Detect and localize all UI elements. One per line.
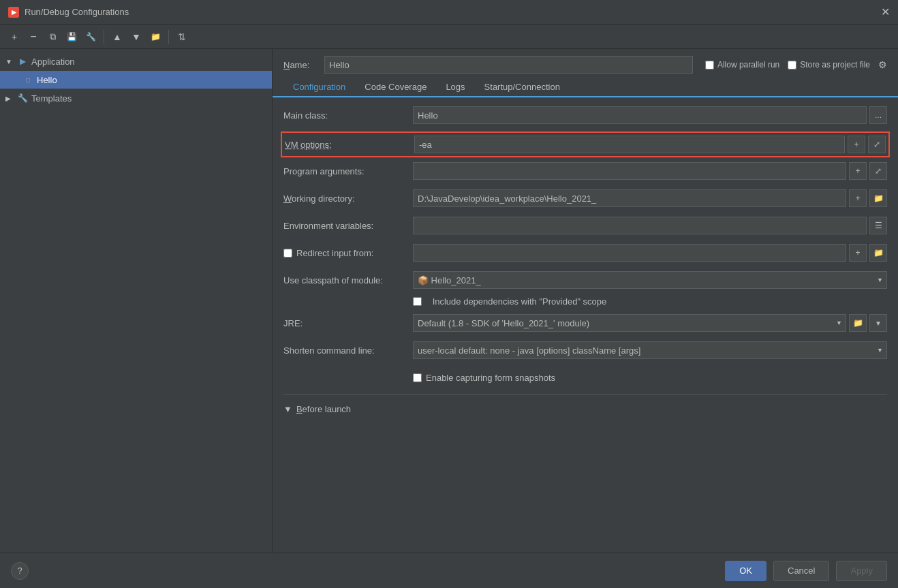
allow-parallel-checkbox-row: Allow parallel run	[705, 60, 779, 69]
classpath-dropdown[interactable]: 📦 Hello_2021_	[413, 271, 887, 289]
toolbar-separator-2	[168, 30, 169, 44]
vm-options-highlighted-row: VM options: + ⤢	[281, 131, 890, 157]
allow-parallel-checkbox[interactable]	[705, 61, 714, 69]
name-input[interactable]	[324, 56, 693, 74]
tree-application-group[interactable]: ▼ ▶ Application	[0, 52, 272, 71]
move-up-button[interactable]: ▲	[108, 28, 126, 46]
run-debug-dialog: ▶ Run/Debug Configurations ✕ + − ⧉ 💾 🔧 ▲…	[0, 0, 898, 588]
jre-row: JRE: Default (1.8 - SDK of 'Hello_2021_'…	[283, 312, 887, 334]
move-down-button[interactable]: ▼	[127, 28, 145, 46]
down-arrow-icon: ▼	[131, 31, 141, 42]
save-button[interactable]: 💾	[63, 28, 80, 46]
folder-icon: 📁	[151, 32, 161, 42]
ok-button[interactable]: OK	[725, 561, 767, 581]
include-deps-row: Include dependencies with "Provided" sco…	[283, 296, 887, 307]
app-icon: ▶	[8, 7, 19, 18]
shorten-cmd-dropdown-wrapper: user-local default: none - java [options…	[413, 341, 887, 359]
store-project-label[interactable]: Store as project file	[800, 60, 870, 69]
sort-icon: ⇅	[178, 31, 186, 42]
main-class-browse-button[interactable]: ...	[869, 106, 887, 124]
tab-configuration[interactable]: Configuration	[283, 78, 355, 97]
gear-icon[interactable]: ⚙	[878, 59, 887, 70]
tab-startup-connection[interactable]: Startup/Connection	[475, 78, 570, 97]
include-deps-label[interactable]: Include dependencies with "Provided" sco…	[413, 296, 606, 307]
classpath-row: Use classpath of module: 📦 Hello_2021_	[283, 269, 887, 291]
vm-options-add-button[interactable]: +	[848, 136, 865, 153]
program-args-add-button[interactable]: +	[849, 162, 867, 180]
save-icon: 💾	[67, 32, 77, 42]
env-vars-input[interactable]	[413, 217, 867, 234]
right-panel: Name: Allow parallel run Store as projec…	[273, 49, 898, 553]
main-class-input[interactable]	[413, 106, 867, 124]
remove-button[interactable]: −	[25, 28, 42, 46]
include-deps-checkbox[interactable]	[413, 297, 422, 306]
up-arrow-icon: ▲	[112, 31, 122, 42]
settings-button[interactable]: 🔧	[82, 28, 99, 46]
toolbar: + − ⧉ 💾 🔧 ▲ ▼ 📁 ⇅	[0, 25, 898, 49]
copy-button[interactable]: ⧉	[44, 28, 61, 46]
working-dir-row: Working directory: + 📁	[283, 187, 887, 209]
minus-icon: −	[30, 31, 36, 42]
enable-capturing-checkbox[interactable]	[413, 373, 422, 382]
tab-logs[interactable]: Logs	[436, 78, 474, 97]
add-button[interactable]: +	[5, 28, 23, 46]
working-dir-add-button[interactable]: +	[849, 189, 867, 207]
title-bar: ▶ Run/Debug Configurations ✕	[0, 0, 898, 25]
program-args-expand-button[interactable]: ⤢	[869, 162, 887, 180]
working-dir-input[interactable]	[413, 189, 846, 207]
jre-dropdown-button[interactable]: ▼	[869, 314, 887, 332]
vm-options-expand-button[interactable]: ⤢	[868, 136, 886, 153]
vm-options-input[interactable]	[414, 136, 845, 153]
copy-icon: ⧉	[50, 31, 56, 42]
tabs-row: Configuration Code Coverage Logs Startup…	[273, 78, 898, 97]
left-panel: ▼ ▶ Application □ Hello ▶ 🔧 Templates	[0, 49, 273, 553]
bottom-bar: ? OK Cancel Apply	[0, 553, 898, 588]
wrench-tree-icon: 🔧	[16, 93, 29, 104]
bottom-left: ?	[11, 562, 29, 580]
working-dir-browse-button[interactable]: 📁	[869, 189, 887, 207]
tree-templates-group[interactable]: ▶ 🔧 Templates	[0, 89, 272, 108]
redirect-input-row: Redirect input from: + 📁	[283, 242, 887, 264]
program-args-input[interactable]	[413, 162, 846, 180]
jre-browse-button[interactable]: 📁	[849, 314, 867, 332]
toolbar-separator	[104, 30, 104, 44]
main-class-input-group: ...	[413, 106, 887, 124]
application-run-icon: ▶	[16, 56, 29, 67]
wrench-icon: 🔧	[86, 32, 96, 42]
redirect-label-area: Redirect input from:	[283, 248, 413, 258]
cancel-button[interactable]: Cancel	[773, 561, 829, 581]
working-dir-label: Working directory:	[283, 194, 413, 204]
classpath-label: Use classpath of module:	[283, 275, 413, 285]
store-project-checkbox[interactable]	[788, 61, 796, 69]
jre-dropdown-wrapper: Default (1.8 - SDK of 'Hello_2021_' modu…	[413, 314, 846, 332]
tree-item-hello[interactable]: □ Hello	[0, 71, 272, 89]
env-vars-edit-button[interactable]: ☰	[869, 217, 887, 234]
help-button[interactable]: ?	[11, 562, 29, 580]
redirect-label[interactable]: Redirect input from:	[296, 248, 373, 258]
jre-dropdown[interactable]: Default (1.8 - SDK of 'Hello_2021_' modu…	[413, 314, 846, 332]
vm-options-label: VM options:	[285, 140, 414, 150]
templates-label: Templates	[31, 93, 72, 104]
application-group-label: Application	[31, 57, 75, 67]
form-area: Main class: ... VM options: + ⤢	[273, 97, 898, 553]
redirect-checkbox[interactable]	[283, 249, 292, 258]
sort-button[interactable]: ⇅	[173, 28, 191, 46]
enable-capturing-row: Enable capturing form snapshots	[283, 367, 887, 388]
before-launch-row[interactable]: ▼ Before launch	[283, 400, 887, 417]
shorten-cmd-dropdown[interactable]: user-local default: none - java [options…	[413, 341, 887, 359]
right-options: Allow parallel run Store as project file…	[705, 59, 887, 70]
jre-label: JRE:	[283, 318, 413, 328]
allow-parallel-label[interactable]: Allow parallel run	[717, 60, 779, 69]
redirect-input[interactable]	[413, 244, 846, 262]
close-button[interactable]: ✕	[881, 7, 890, 18]
redirect-add-button[interactable]: +	[849, 244, 867, 262]
apply-button[interactable]: Apply	[836, 561, 887, 581]
redirect-browse-button[interactable]: 📁	[869, 244, 887, 262]
section-divider	[283, 394, 887, 394]
tab-code-coverage[interactable]: Code Coverage	[355, 78, 436, 97]
enable-capturing-label[interactable]: Enable capturing form snapshots	[413, 373, 555, 383]
templates-arrow: ▶	[5, 95, 16, 102]
folder-button[interactable]: 📁	[146, 28, 164, 46]
vm-options-input-group: + ⤢	[414, 136, 886, 153]
main-class-label: Main class:	[283, 110, 413, 121]
